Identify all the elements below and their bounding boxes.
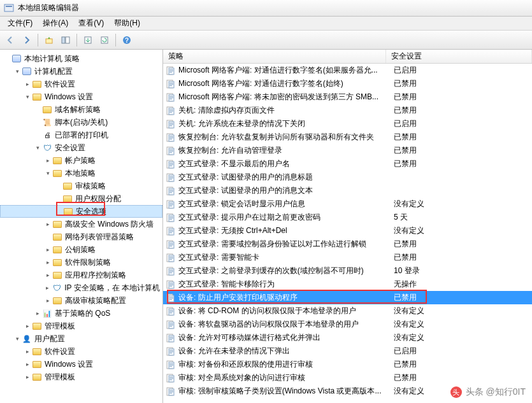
policy-row[interactable]: Microsoft 网络客户端: 对通信进行数字签名(始终)已禁用 — [163, 77, 532, 90]
tree-node[interactable]: ▸应用程序控制策略 — [0, 269, 162, 281]
expand-icon[interactable]: ▸ — [43, 272, 52, 278]
policy-row[interactable]: Microsoft 网络客户端: 对通信进行数字签名(如果服务器允...已启用 — [163, 64, 532, 77]
tree-node[interactable]: ▾👤用户配置 — [0, 332, 162, 345]
tree-node[interactable]: ▸公钥策略 — [0, 243, 162, 256]
menu-help[interactable]: 帮助(H) — [109, 17, 145, 30]
tree-node[interactable]: ▾计算机配置 — [0, 65, 162, 78]
expand-icon[interactable]: ▸ — [23, 361, 32, 367]
policy-row[interactable]: 交互式登录: 智能卡移除行为无操作 — [163, 278, 532, 291]
policy-row[interactable]: 恢复控制台: 允许自动管理登录已禁用 — [163, 144, 532, 157]
tree-node[interactable]: ▸软件限制策略 — [0, 256, 162, 269]
expand-icon[interactable]: ▾ — [13, 336, 22, 342]
policy-row[interactable]: 交互式登录: 需要智能卡已禁用 — [163, 251, 532, 264]
up-button[interactable] — [41, 32, 57, 48]
tree-node-label: 计算机配置 — [34, 66, 73, 77]
tree-node[interactable]: ▸软件设置 — [0, 78, 162, 90]
policy-row[interactable]: 关机: 清除虚拟内存页面文件已禁用 — [163, 104, 532, 117]
tree-node[interactable]: 用户权限分配 — [0, 192, 162, 205]
expand-icon[interactable]: ▸ — [43, 259, 52, 265]
help-button[interactable]: ? — [119, 32, 134, 48]
policy-row[interactable]: 设备: 将 CD-ROM 的访问权限仅限于本地登录的用户没有定义 — [163, 304, 532, 318]
svg-rect-118 — [169, 353, 172, 353]
expand-icon[interactable]: ▸ — [23, 348, 32, 355]
column-header-policy[interactable]: 策略 — [163, 50, 386, 63]
tree-node[interactable]: ▾Windows 设置 — [0, 90, 162, 103]
qos-icon: 📊 — [42, 308, 52, 318]
tree-node[interactable]: ▸📊基于策略的 QoS — [0, 307, 162, 320]
policy-row[interactable]: 交互式登录: 提示用户在过期之前更改密码5 天 — [163, 211, 532, 224]
svg-rect-92 — [169, 285, 173, 285]
svg-rect-83 — [169, 259, 172, 260]
policy-row[interactable]: 交互式登录: 需要域控制器身份验证以对工作站进行解锁已禁用 — [163, 237, 532, 251]
tree-node[interactable]: 网络列表管理器策略 — [0, 230, 162, 243]
menu-action[interactable]: 操作(A) — [38, 17, 73, 30]
policy-row[interactable]: 关机: 允许系统在未登录的情况下关闭已启用 — [163, 117, 532, 131]
policy-row[interactable]: 设备: 允许在未登录的情况下弹出已启用 — [163, 344, 532, 358]
tree-node[interactable]: ▸Windows 设置 — [0, 358, 162, 371]
tree-node[interactable]: ▸高级审核策略配置 — [0, 294, 162, 307]
policy-value: 已禁用 — [389, 239, 417, 250]
policy-name: 设备: 将软盘驱动器的访问权限仅限于本地登录的用户 — [178, 319, 389, 330]
policy-row[interactable]: 设备: 防止用户安装打印机驱动程序已禁用 — [163, 291, 532, 304]
policy-row[interactable]: 恢复控制台: 允许软盘复制并访问所有驱动器和所有文件夹已禁用 — [163, 131, 532, 144]
expand-icon[interactable]: ▾ — [33, 145, 42, 151]
tree-node[interactable]: ▸软件设置 — [0, 345, 162, 358]
forward-button[interactable] — [19, 32, 34, 48]
expand-icon[interactable]: ▾ — [43, 170, 52, 176]
tree-node[interactable]: 审核策略 — [0, 180, 162, 192]
tree-node[interactable]: ▸管理模板 — [0, 320, 162, 332]
expand-icon[interactable]: ▾ — [23, 94, 32, 100]
comp-icon — [11, 53, 22, 64]
menu-file[interactable]: 文件(F) — [3, 17, 38, 30]
expand-icon[interactable]: ▸ — [43, 157, 52, 164]
tree-node[interactable]: 域名解析策略 — [0, 103, 162, 116]
policy-row[interactable]: 交互式登录: 之前登录到缓存的次数(域控制器不可用时)10 登录 — [163, 264, 532, 278]
shield-icon: 🛡 — [52, 283, 62, 293]
tree-node[interactable]: ▾🛡安全设置 — [0, 141, 162, 154]
show-hide-tree-button[interactable] — [58, 32, 73, 48]
tree-node[interactable]: ▸管理模板 — [0, 371, 162, 383]
expand-icon[interactable]: ▸ — [23, 374, 32, 380]
policy-name: Microsoft 网络客户端: 对通信进行数字签名(如果服务器允... — [178, 65, 389, 76]
navigation-tree[interactable]: 本地计算机 策略▾计算机配置▸软件设置▾Windows 设置域名解析策略📜脚本(… — [0, 50, 163, 403]
tree-node[interactable]: 🖨已部署的打印机 — [0, 129, 162, 141]
export-list-button[interactable] — [80, 32, 96, 48]
tree-node[interactable]: 本地计算机 策略 — [0, 52, 162, 65]
menu-view[interactable]: 查看(V) — [73, 17, 109, 30]
svg-rect-27 — [169, 111, 173, 111]
tree-node[interactable]: ▾本地策略 — [0, 167, 162, 180]
refresh-button[interactable] — [97, 32, 112, 48]
policy-value: 已禁用 — [389, 359, 417, 370]
policy-row[interactable]: 交互式登录: 试图登录的用户的消息标题 — [163, 171, 532, 184]
policy-row[interactable]: 交互式登录: 锁定会话时显示用户信息没有定义 — [163, 197, 532, 211]
expand-icon[interactable]: ▸ — [23, 323, 32, 329]
tree-node[interactable]: ▸高级安全 Windows 防火墙 — [0, 218, 162, 230]
policy-row[interactable]: Microsoft 网络客户端: 将未加密的密码发送到第三方 SMB...已禁用 — [163, 90, 532, 104]
policy-row[interactable]: 交互式登录: 试图登录的用户的消息文本 — [163, 184, 532, 197]
expand-icon[interactable]: ▸ — [33, 310, 42, 316]
expand-icon[interactable]: ▸ — [43, 246, 52, 253]
folder-icon — [32, 92, 42, 102]
policy-row[interactable]: 审核: 对备份和还原权限的使用进行审核已禁用 — [163, 358, 532, 371]
expand-icon[interactable]: ▸ — [43, 285, 52, 291]
policy-row[interactable]: 设备: 将软盘驱动器的访问权限仅限于本地登录的用户没有定义 — [163, 318, 532, 331]
svg-rect-121 — [169, 364, 173, 364]
policy-row[interactable]: 交互式登录: 不显示最后的用户名已禁用 — [163, 157, 532, 171]
back-button[interactable] — [3, 32, 18, 48]
tree-node[interactable]: ▸帐户策略 — [0, 154, 162, 167]
policy-row[interactable]: 设备: 允许对可移动媒体进行格式化并弹出没有定义 — [163, 331, 532, 344]
policy-row[interactable]: 审核: 对全局系统对象的访问进行审核已禁用 — [163, 371, 532, 385]
expand-icon[interactable]: ▸ — [43, 297, 52, 304]
expand-icon[interactable]: ▾ — [13, 68, 22, 74]
column-header-setting[interactable]: 安全设置 — [386, 50, 532, 63]
policy-row[interactable]: 交互式登录: 无须按 Ctrl+Alt+Del没有定义 — [163, 224, 532, 237]
tree-node[interactable]: 安全选项 — [0, 205, 162, 218]
expand-icon[interactable]: ▸ — [23, 81, 32, 87]
policy-list[interactable]: 策略 安全设置 Microsoft 网络客户端: 对通信进行数字签名(如果服务器… — [163, 50, 532, 403]
tree-node[interactable]: ▸🛡IP 安全策略，在 本地计算机 — [0, 281, 162, 294]
policy-icon — [166, 239, 176, 250]
tree-node[interactable]: 📜脚本(启动/关机) — [0, 116, 162, 129]
expand-icon[interactable]: ▸ — [43, 221, 52, 227]
svg-rect-112 — [169, 338, 173, 339]
svg-rect-31 — [169, 123, 173, 124]
